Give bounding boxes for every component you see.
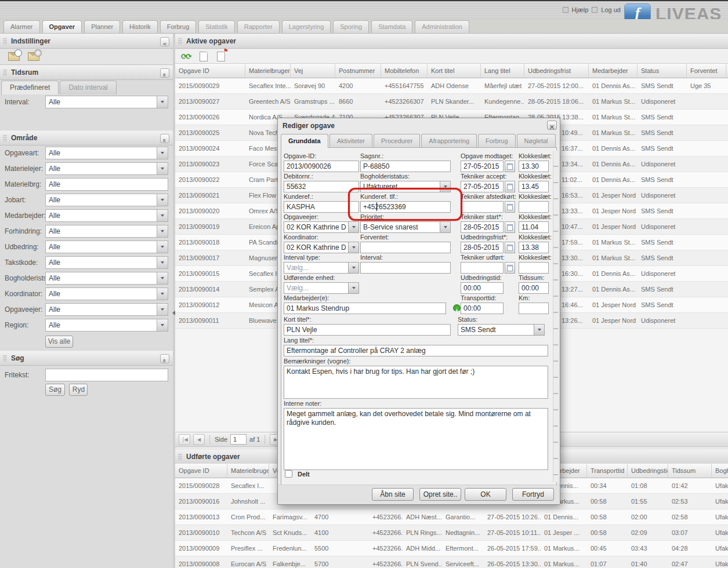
bogholderistatus-select[interactable]: Ufaktureret — [360, 181, 451, 192]
filter-input[interactable] — [45, 178, 168, 191]
collapse-up-icon[interactable] — [160, 354, 169, 363]
column-header[interactable]: Materielbruger — [245, 64, 291, 78]
column-header[interactable]: Udbedringstid — [628, 464, 668, 478]
ok-button[interactable]: OK — [465, 488, 506, 501]
dialog-tab-procedurer[interactable]: Procedurer — [374, 134, 420, 147]
filter-select[interactable]: Alle — [45, 162, 168, 175]
filter-select[interactable]: Alle — [45, 194, 168, 206]
table-row[interactable]: 2013/0090013Cron Prod...Farimagsv...4700… — [175, 509, 728, 525]
interval-type-select[interactable]: Vælg... — [284, 262, 359, 274]
page-input[interactable] — [230, 434, 247, 445]
table-row[interactable]: 2013/0090008Eurocan A/SFalkenbje...5700+… — [175, 556, 728, 568]
tab-forbrug[interactable]: Forbrug — [160, 20, 197, 33]
tekniker-afstedkort-date-input[interactable] — [461, 201, 504, 213]
tidssum-input[interactable] — [519, 282, 549, 294]
close-icon[interactable] — [547, 121, 557, 130]
table-row[interactable]: 2013/0090010Techcon A/SSct Knuds...4100+… — [175, 525, 728, 541]
klokkeslaet-input[interactable] — [519, 242, 549, 253]
calendar-icon[interactable] — [505, 262, 515, 274]
calendar-icon[interactable] — [505, 221, 515, 233]
klokkeslaet-input[interactable] — [519, 181, 549, 192]
fortryd-button[interactable]: Fortryd — [512, 488, 554, 501]
column-header[interactable]: Materielbruger — [227, 464, 269, 478]
udbedringstid-input[interactable] — [461, 282, 504, 294]
column-header[interactable]: Bogholderistatus — [712, 464, 728, 478]
tekniker-accept-date-input[interactable] — [461, 181, 504, 192]
tab-sporing[interactable]: Sporing — [333, 20, 369, 33]
vis-alle-button[interactable]: Vis alle — [45, 336, 73, 348]
debitornr-input[interactable] — [284, 181, 359, 192]
sagsnr-input[interactable] — [360, 161, 451, 172]
lang-titel-input[interactable] — [284, 345, 548, 356]
km-input[interactable] — [519, 303, 549, 314]
calendar-icon[interactable] — [505, 181, 515, 192]
filter-select[interactable]: Alle — [45, 241, 168, 253]
tab-stamdata[interactable]: Stamdata — [371, 20, 412, 33]
help-link[interactable]: Hjælp — [572, 6, 589, 13]
filter-select[interactable]: Alle — [45, 225, 168, 238]
interne-noter-textarea[interactable]: Meget gammelt anlæg, kan det overhovedet… — [284, 408, 548, 470]
tab-lagerstyring[interactable]: Lagerstyring — [282, 20, 331, 33]
filter-select[interactable]: Alle — [45, 319, 168, 332]
column-header[interactable]: Tidssum — [668, 464, 712, 478]
logout-link[interactable]: Log ud — [601, 6, 621, 13]
interval-select[interactable]: Alle — [45, 96, 168, 108]
column-header[interactable]: Kort titel — [428, 64, 481, 78]
table-row[interactable]: 2013/0090009Presiflex ...Fredenlun...550… — [175, 541, 728, 556]
calendar-icon[interactable] — [505, 201, 515, 213]
document-flag-icon[interactable] — [217, 52, 225, 61]
dialog-tab-aktiviteter[interactable]: Aktiviteter — [329, 134, 372, 147]
document-icon[interactable] — [200, 52, 208, 61]
sog-button[interactable]: Søg — [45, 384, 65, 396]
calendar-icon[interactable] — [505, 242, 515, 253]
interval-input[interactable] — [360, 262, 451, 274]
abn-site-button[interactable]: Åbn site — [372, 488, 414, 501]
column-header[interactable]: Medarbejder — [589, 64, 638, 78]
column-header[interactable]: Udbedringsfrist — [524, 64, 589, 78]
tab-alarmer[interactable]: Alarmer — [3, 20, 40, 33]
dialog-scroll-gutter[interactable] — [553, 151, 558, 482]
klokkeslaet-input[interactable] — [519, 262, 549, 274]
kunderef-input[interactable] — [284, 201, 359, 213]
column-header[interactable]: Vej — [291, 64, 335, 78]
column-header[interactable]: Forventet — [687, 64, 726, 78]
dialog-tab-nøgletal[interactable]: Nøgletal — [517, 134, 556, 147]
collapse-up-icon[interactable] — [160, 134, 169, 143]
column-header[interactable]: Opgave ID — [175, 464, 227, 478]
column-header[interactable]: Opgave ID — [175, 64, 245, 78]
first-page-icon[interactable] — [179, 434, 190, 445]
opgave-modtaget-date-input[interactable] — [461, 161, 504, 172]
tekniker-start-date-input[interactable] — [461, 221, 504, 233]
tab-statistik[interactable]: Statistik — [198, 20, 235, 33]
column-header[interactable]: Status — [638, 64, 687, 78]
filter-select[interactable]: Alle — [45, 147, 168, 159]
fritekst-input[interactable] — [45, 369, 168, 381]
dialog-tab-grunddata[interactable]: Grunddata — [281, 134, 328, 148]
filter-select[interactable]: Alle — [45, 256, 168, 269]
tab-planner[interactable]: Planner — [84, 20, 120, 33]
collapse-up-icon[interactable] — [160, 68, 169, 78]
kort-titel-input[interactable] — [284, 324, 451, 336]
filter-select[interactable]: Alle — [45, 209, 168, 222]
koordinator-select[interactable]: 02 KOR Kathrine D — [284, 242, 359, 253]
bemaerkninger-textarea[interactable]: Kontakt Espen, hvis i har brug for tips.… — [284, 366, 548, 399]
udforende-enhed-select[interactable]: Vælg... — [284, 282, 359, 294]
filter-select[interactable]: Alle — [45, 272, 168, 285]
forventet-input[interactable] — [360, 242, 451, 253]
opgave-id-input[interactable] — [284, 161, 359, 172]
table-row[interactable]: 2015/0090029Secaflex Inte...Sorøvej 9042… — [175, 78, 728, 94]
column-header[interactable]: Mobiltelefon — [381, 64, 428, 78]
tab-opgaver[interactable]: Opgaver — [42, 20, 82, 33]
transporttid-input[interactable] — [461, 303, 504, 314]
klokkeslaet-input[interactable] — [519, 161, 549, 172]
tab-historik[interactable]: Historik — [122, 20, 158, 33]
filter-select[interactable]: Alle — [45, 287, 168, 300]
medarbejdere-input[interactable] — [284, 303, 446, 314]
dialog-tab-forbrug[interactable]: Forbrug — [478, 134, 516, 147]
klokkeslaet-input[interactable] — [519, 201, 549, 213]
refresh-icon[interactable] — [181, 51, 190, 61]
column-header[interactable]: Postnummer — [335, 64, 381, 78]
add-plus-icon[interactable] — [453, 304, 461, 312]
filter-select[interactable]: Alle — [45, 303, 168, 316]
udbedringsfrist-date-input[interactable] — [461, 242, 504, 253]
